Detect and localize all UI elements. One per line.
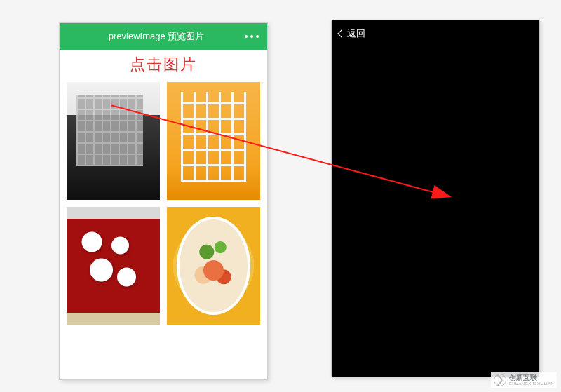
preview-phone-frame: 返回 bbox=[331, 20, 540, 377]
source-phone-frame: previewImage 预览图片 点击图片 bbox=[59, 22, 268, 380]
watermark-brand-cn: 创新互联 bbox=[509, 374, 554, 381]
watermark: 创新互联 CHUANGXIN HULIAN bbox=[491, 372, 557, 388]
app-header: previewImage 预览图片 bbox=[60, 23, 267, 50]
thumbnail-2[interactable] bbox=[167, 82, 260, 200]
more-icon[interactable] bbox=[245, 35, 259, 38]
watermark-brand-en: CHUANGXIN HULIAN bbox=[509, 381, 554, 386]
thumbnail-4[interactable] bbox=[167, 207, 260, 325]
preview-screen[interactable]: 返回 bbox=[332, 20, 539, 377]
back-button[interactable]: 返回 bbox=[339, 27, 365, 40]
back-label: 返回 bbox=[347, 27, 365, 40]
thumbnail-1[interactable] bbox=[67, 82, 160, 200]
header-title: previewImage 预览图片 bbox=[68, 30, 245, 43]
click-image-label: 点击图片 bbox=[60, 50, 267, 78]
watermark-logo-icon bbox=[494, 374, 506, 386]
image-grid bbox=[60, 78, 267, 329]
chevron-left-icon bbox=[337, 29, 345, 37]
thumbnail-3[interactable] bbox=[67, 207, 160, 325]
